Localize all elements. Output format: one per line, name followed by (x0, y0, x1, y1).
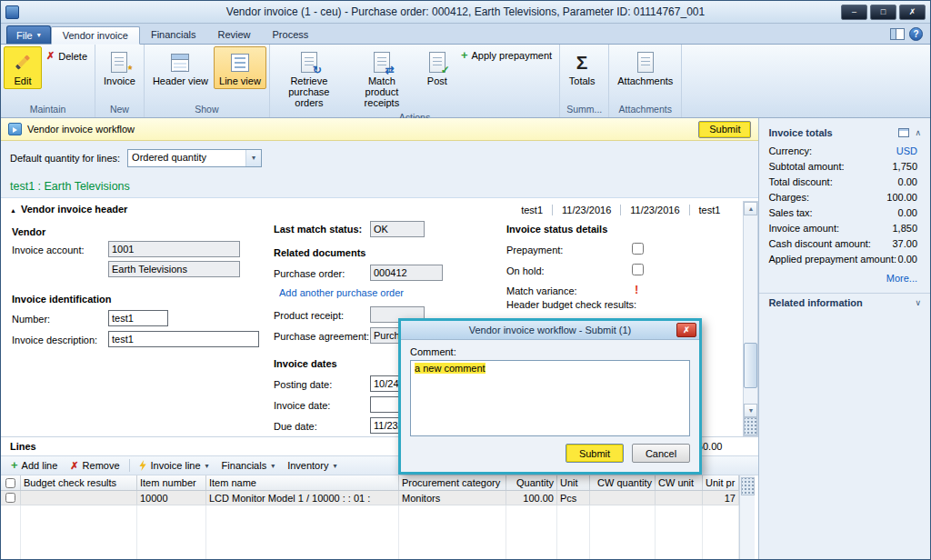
column-header[interactable]: Unit pr (703, 475, 739, 490)
default-quantity-label: Default quantity for lines: (10, 153, 120, 164)
minimize-button[interactable]: – (841, 5, 867, 20)
column-header[interactable]: Budget check results (21, 475, 137, 490)
dialog-submit-button[interactable]: Submit (566, 444, 624, 463)
help-icon[interactable]: ? (909, 27, 923, 41)
remove-line-button[interactable]: ✗ Remove (64, 459, 125, 473)
lines-splitter-grip[interactable] (741, 477, 755, 495)
invoice-line-menu-button[interactable]: Invoice line ▾ (133, 459, 215, 472)
posting-date-label: Posting date: (274, 379, 332, 390)
comment-textarea[interactable]: a new comment (410, 360, 690, 436)
column-header[interactable]: Item name (206, 475, 399, 490)
attachments-doc-icon (637, 52, 654, 73)
invoice-identification-heading: Invoice identification (12, 294, 111, 305)
dialog-close-button[interactable]: ✗ (676, 323, 696, 337)
ribbon-group-actions: ↻ Retrieve purchase orders ⇄ Match produ… (270, 45, 560, 117)
invoice-totals-header: Invoice totals ∧ (759, 125, 930, 144)
line-view-icon (231, 54, 249, 72)
related-information-header[interactable]: Related information ∨ (759, 295, 930, 314)
fact-row-total-discount: Total discount: 0.00 (759, 175, 930, 190)
more-link[interactable]: More... (886, 273, 917, 284)
workflow-bar: Vendor invoice workflow Submit (1, 118, 758, 141)
totals-button[interactable]: Σ Totals (563, 46, 601, 89)
attachments-button[interactable]: Attachments (612, 46, 678, 89)
post-doc-icon: ✓ (429, 52, 445, 73)
vendor-name-field (108, 261, 240, 277)
window-controls: – □ ✗ (841, 5, 926, 20)
splitter-grip[interactable] (744, 417, 757, 435)
inventory-menu-button[interactable]: Inventory ▾ (281, 459, 343, 472)
toolbar-separator (129, 459, 130, 472)
remove-line-icon: ✗ (70, 460, 78, 472)
add-line-button[interactable]: + Add line (5, 459, 64, 472)
column-header[interactable]: Item number (137, 475, 206, 490)
match-doc-icon: ⇄ (374, 52, 390, 73)
panel-menu-icon[interactable] (898, 128, 909, 137)
maximize-button[interactable]: □ (870, 5, 896, 20)
layout-icon[interactable] (890, 28, 905, 40)
tab-file[interactable]: File ▾ (6, 25, 51, 44)
ribbon-group-label-attachments: Attachments (612, 103, 678, 117)
tab-process[interactable]: Process (262, 25, 320, 44)
file-dropdown-icon: ▾ (37, 31, 41, 39)
match-product-receipts-button[interactable]: ⇄ Match product receipts (345, 46, 418, 111)
scroll-down-icon[interactable]: ▼ (744, 404, 757, 417)
tab-vendor-invoice[interactable]: Vendor invoice (51, 26, 140, 45)
default-quantity-select[interactable]: Ordered quantity ▾ (127, 149, 262, 167)
related-information-title: Related information (768, 297, 862, 308)
ribbon-group-summary: Σ Totals Summ... (560, 45, 609, 117)
number-field[interactable] (108, 310, 168, 326)
column-header[interactable]: Quantity (506, 475, 557, 490)
lines-scrollbar[interactable] (739, 475, 755, 559)
post-button[interactable]: ✓ Post (418, 46, 456, 89)
invoice-totals-title: Invoice totals (768, 127, 832, 138)
scroll-up-icon[interactable]: ▲ (744, 202, 757, 215)
tab-file-label: File (16, 30, 33, 41)
add-line-icon: + (11, 461, 18, 470)
apply-prepayment-icon: + (461, 51, 468, 60)
delete-icon: ✗ (46, 50, 55, 62)
workflow-icon (8, 123, 22, 135)
invoice-description-field[interactable] (108, 331, 259, 347)
currency-value-link[interactable]: USD (896, 145, 917, 158)
column-header[interactable]: Procurement category (399, 475, 506, 490)
fact-row-invoice-amount: Invoice amount: 1,850 (759, 221, 930, 236)
row-checkbox[interactable] (5, 493, 15, 503)
number-label: Number: (12, 314, 50, 325)
header-view-button[interactable]: Header view (147, 46, 214, 89)
table-row[interactable]: 10000 LCD Monitor Model 1 / 10000 : : 01… (1, 491, 739, 505)
column-header[interactable]: CW quantity (590, 475, 656, 490)
collapse-down-icon[interactable]: ∨ (915, 298, 921, 307)
line-view-button[interactable]: Line view (214, 46, 266, 89)
add-purchase-order-link[interactable]: Add another purchase order (279, 287, 404, 298)
chevron-down-icon[interactable]: ▾ (245, 150, 261, 166)
edit-button[interactable]: Edit (4, 46, 42, 89)
financials-menu-button[interactable]: Financials ▾ (215, 459, 282, 472)
invoice-star-icon: * (128, 65, 133, 75)
section-expander-icon[interactable]: ▲ (10, 206, 16, 215)
app-icon (5, 5, 19, 19)
column-header[interactable]: CW unit (656, 475, 703, 490)
column-header[interactable]: Unit (557, 475, 590, 490)
retrieve-purchase-orders-button[interactable]: ↻ Retrieve purchase orders (273, 46, 345, 111)
scrollbar-thumb[interactable] (744, 343, 757, 388)
edit-pencil-icon (15, 55, 30, 69)
delete-button[interactable]: ✗ Delete (42, 49, 92, 63)
close-button[interactable]: ✗ (899, 5, 926, 20)
workflow-submit-dialog: Vendor invoice workflow - Submit (1) ✗ C… (398, 318, 702, 475)
scrollbar-track[interactable] (744, 215, 757, 404)
ribbon: Edit ✗ Delete Maintain * Invoice New (1, 45, 930, 118)
apply-prepayment-button[interactable]: + Apply prepayment (456, 49, 556, 62)
invoice-description-label: Invoice description: (12, 335, 97, 345)
workflow-submit-button[interactable]: Submit (698, 121, 751, 138)
prepayment-checkbox[interactable] (632, 243, 644, 255)
collapse-up-icon[interactable]: ∧ (915, 128, 921, 137)
header-view-icon (171, 54, 189, 72)
invoice-button[interactable]: * Invoice (98, 46, 141, 89)
dialog-cancel-button[interactable]: Cancel (632, 444, 690, 463)
lines-grid-header: Budget check results Item number Item na… (1, 475, 739, 491)
invoice-status-details-heading: Invoice status details (506, 224, 607, 235)
tab-financials[interactable]: Financials (140, 25, 207, 44)
select-all-checkbox[interactable] (5, 478, 15, 488)
on-hold-checkbox[interactable] (632, 264, 644, 275)
tab-review[interactable]: Review (206, 25, 261, 44)
